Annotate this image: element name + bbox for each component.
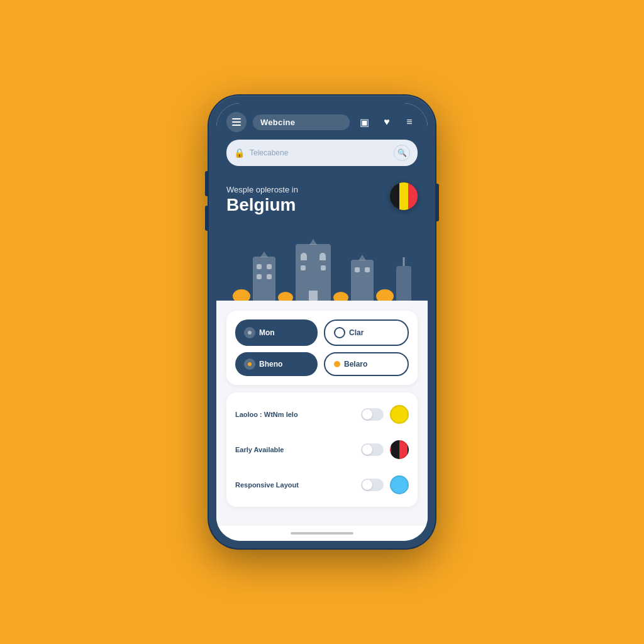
filter-mon-button[interactable]: Mon [235,319,318,346]
hero-subtitle: Wesple opleroste in [226,185,418,194]
toggle-thumb-1 [362,409,372,419]
toggle-label-group-3: Responsive Layout [235,481,355,489]
building-main [296,244,331,301]
menu-button[interactable] [226,112,247,132]
toggle-row-3: Responsive Layout [235,472,409,498]
filter-clar-button[interactable]: Clar [324,319,409,346]
filter-belaro-button[interactable]: Belaro [324,352,409,376]
belgium-flag [390,182,418,210]
toggle-row-2: Early Available [235,436,409,463]
window [321,265,326,270]
search-bar: 🔒 Telecabene 🔍 [216,140,428,175]
grid-icon[interactable]: ▣ [356,114,372,130]
outline-dot [334,327,345,338]
bush-mid-left [278,292,293,301]
search-button[interactable]: 🔍 [394,145,410,161]
content-area: Mon Clar Bheno [216,301,428,526]
bush-mid-right [333,292,348,301]
filter-bheno-label: Bheno [259,360,282,369]
btn-dot-2 [244,358,255,370]
building-2 [351,260,374,301]
bush-right [376,289,394,301]
toggle-label-group-2: Early Available [235,446,355,453]
toggle-1[interactable] [361,408,384,421]
flagpole [403,257,405,266]
dot-inner [248,331,252,335]
filter-clar-label: Clar [349,328,364,337]
toggle-3[interactable] [361,479,384,491]
nav-title[interactable]: Webcine [253,114,350,130]
filter-bheno-button[interactable]: Bheno [235,352,318,376]
window [257,274,262,279]
hamburger-icon[interactable]: ≡ [401,114,418,130]
filter-section: Mon Clar Bheno [226,311,418,385]
door [309,291,318,301]
filter-row-2: Bheno Belaro [235,352,409,376]
home-indicator [291,532,353,535]
phone-mockup: Webcine ▣ ♥ ≡ 🔒 Telecabene 🔍 Wesple opl [209,96,435,548]
menu-icon [232,121,241,123]
nav-icons-group: ▣ ♥ ≡ [356,114,418,130]
bottom-bar [216,526,428,541]
phone-frame: Webcine ▣ ♥ ≡ 🔒 Telecabene 🔍 Wesple opl [209,96,435,548]
window [267,264,272,269]
hero-title: Belgium [226,196,418,215]
nav-bar: Webcine ▣ ♥ ≡ [216,103,428,140]
search-input-wrapper[interactable]: 🔒 Telecabene 🔍 [226,140,418,166]
hero-text: Wesple opleroste in Belgium [226,185,418,215]
tower [396,266,411,301]
window [355,267,360,272]
orange-dot [248,362,252,366]
window [267,274,272,279]
window [257,264,262,269]
toggle-icon-3 [390,475,409,494]
toggle-icon-2 [390,440,409,459]
filter-belaro-label: Belaro [344,360,367,369]
toggle-label-2: Early Available [235,446,355,453]
filter-mon-label: Mon [259,328,275,337]
toggle-2[interactable] [361,443,384,456]
search-input[interactable]: Telecabene [250,148,389,157]
phone-screen: Webcine ▣ ♥ ≡ 🔒 Telecabene 🔍 Wesple opl [216,103,428,541]
window [319,253,326,260]
toggle-label-group-1: Laoloo : WtNm lelo [235,411,355,418]
window [301,253,307,260]
hero-section: Wesple opleroste in Belgium [216,175,428,301]
flag-yellow [399,182,409,210]
toggle-icon-1 [390,405,409,424]
toggle-section: Laoloo : WtNm lelo Early Available [226,392,418,507]
btn-dot [244,327,255,338]
lock-icon: 🔒 [234,148,245,158]
window [301,265,306,270]
toggle-label-3: Responsive Layout [235,481,355,489]
toggle-row-1: Laoloo : WtNm lelo [235,401,409,428]
toggle-thumb-3 [362,480,372,490]
buildings-illustration [216,231,428,301]
window [365,267,370,272]
toggle-thumb-2 [362,445,372,455]
bush-left [233,289,250,301]
toggle-label-1: Laoloo : WtNm lelo [235,411,355,418]
filter-row-1: Mon Clar [235,319,409,346]
yellow-dot [334,361,340,367]
building-1 [253,257,275,301]
heart-icon[interactable]: ♥ [379,114,395,130]
